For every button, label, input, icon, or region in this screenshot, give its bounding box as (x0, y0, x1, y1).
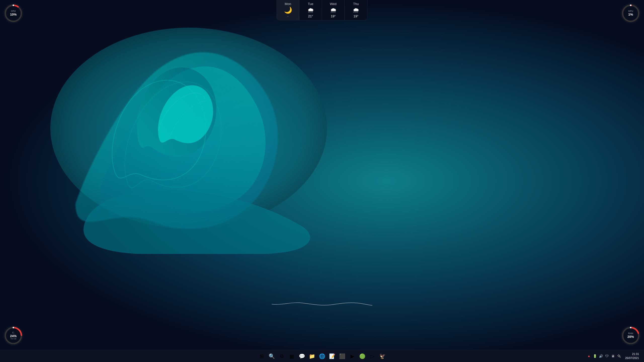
tray-icon-2[interactable]: 🔊 (598, 354, 603, 359)
day-temp-wed: 19° (331, 14, 336, 18)
clock-date: 26/07/2021 (625, 356, 639, 360)
gpu-value: 1% (628, 13, 633, 17)
day-icon-wed: 🌧 (330, 7, 337, 13)
gpu-gauge: GPU 1% (619, 2, 642, 25)
svg-point-16 (630, 327, 631, 328)
ram-label: RAM (627, 332, 634, 335)
tray-icon-0[interactable]: 🔺 (586, 354, 591, 359)
weather-day-mon: Mon 🌙 · (277, 0, 299, 20)
taskbar-icon-taskview[interactable]: ⧉ (277, 352, 286, 361)
disk-sublabel: 703 GB (10, 338, 17, 340)
wallpaper (0, 0, 644, 362)
taskbar-center: ⊞🔍⧉▦💬📁🌐📝⬛▶🟢▷🦅 (257, 352, 387, 361)
day-name-mon: Mon (285, 2, 291, 6)
taskbar-icon-app2[interactable]: 🦅 (378, 352, 387, 361)
svg-point-12 (13, 327, 14, 328)
day-icon-tue: 🌧 (307, 7, 314, 13)
taskbar-icon-explorer[interactable]: 📁 (307, 352, 316, 361)
weather-widget: Mon 🌙 · Tue 🌧 21° Wed 🌧 19° Thu 🌧 19° (276, 0, 368, 20)
taskbar-icon-app1[interactable]: 🟢 (358, 352, 367, 361)
taskbar-icon-chat[interactable]: 💬 (297, 352, 306, 361)
taskbar-clock[interactable]: 21:31 26/07/2021 (623, 352, 641, 360)
day-name-tue: Tue (308, 2, 313, 6)
taskbar-icon-terminal[interactable]: ⬛ (338, 352, 347, 361)
taskbar-icon-youtube[interactable]: ▶ (348, 352, 357, 361)
taskbar-icon-start[interactable]: ⊞ (257, 352, 266, 361)
tray-icon-5[interactable]: 🔌 (617, 354, 622, 359)
weather-day-wed: Wed 🌧 19° (322, 0, 345, 20)
day-temp-mon: · (288, 14, 289, 18)
taskbar-icon-chrome[interactable]: 🌐 (317, 352, 327, 361)
taskbar-icon-search[interactable]: 🔍 (267, 352, 276, 361)
day-temp-tue: 21° (308, 14, 313, 18)
ram-gauge: RAM 20% (619, 324, 642, 347)
tray-icon-3[interactable]: 🛡 (605, 354, 610, 359)
cpu-gauge: CPU 10% (2, 2, 25, 25)
taskbar-icon-widgets[interactable]: ▦ (287, 352, 296, 361)
disk-gauge: C: 24% 703 GB (2, 324, 25, 347)
weather-day-tue: Tue 🌧 21° (299, 0, 322, 20)
taskbar-icon-media[interactable]: ▷ (368, 352, 377, 361)
taskbar-right: 🔺🔋🔊🛡🖥🔌 21:31 26/07/2021 (586, 352, 641, 360)
day-icon-mon: 🌙 (284, 7, 292, 13)
svg-point-4 (13, 5, 14, 6)
taskbar: ⊞🔍⧉▦💬📁🌐📝⬛▶🟢▷🦅 🔺🔋🔊🛡🖥🔌 21:31 26/07/2021 (0, 350, 644, 362)
day-temp-thu: 19° (353, 14, 358, 18)
day-icon-thu: 🌧 (353, 7, 359, 13)
system-tray: 🔺🔋🔊🛡🖥🔌 (586, 354, 622, 359)
day-name-wed: Wed (330, 2, 337, 6)
day-name-thu: Thu (353, 2, 359, 6)
disk-value: 24% (10, 334, 17, 338)
tray-icon-1[interactable]: 🔋 (592, 354, 597, 359)
cpu-label: CPU (10, 10, 17, 13)
ram-value: 20% (627, 335, 634, 339)
gpu-label: GPU (628, 10, 633, 13)
clock-time: 21:31 (632, 352, 639, 356)
cpu-value: 10% (10, 13, 17, 17)
weather-day-thu: Thu 🌧 19° (345, 0, 367, 20)
svg-point-8 (630, 5, 631, 6)
tray-icon-4[interactable]: 🖥 (611, 354, 616, 359)
taskbar-icon-notes[interactable]: 📝 (328, 352, 337, 361)
disk-label: C: (10, 332, 17, 334)
wallpaper-svg (38, 15, 352, 254)
